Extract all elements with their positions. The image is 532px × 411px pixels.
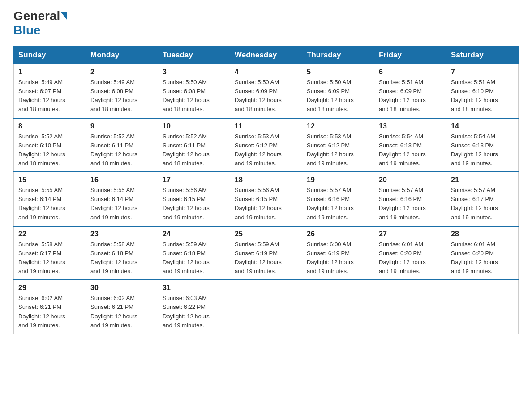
calendar-cell: 24Sunrise: 5:59 AMSunset: 6:18 PMDayligh… — [158, 226, 230, 280]
week-row-3: 15Sunrise: 5:55 AMSunset: 6:14 PMDayligh… — [14, 172, 519, 226]
day-number: 4 — [235, 68, 297, 76]
day-number: 20 — [379, 176, 442, 184]
day-number: 7 — [451, 68, 514, 76]
day-info: Sunrise: 6:02 AMSunset: 6:21 PMDaylight:… — [90, 294, 153, 330]
day-info: Sunrise: 5:52 AMSunset: 6:10 PMDaylight:… — [18, 132, 81, 168]
day-info: Sunrise: 5:50 AMSunset: 6:09 PMDaylight:… — [307, 78, 369, 114]
day-number: 21 — [451, 176, 514, 184]
calendar-cell: 17Sunrise: 5:56 AMSunset: 6:15 PMDayligh… — [158, 172, 230, 226]
calendar-cell: 18Sunrise: 5:56 AMSunset: 6:15 PMDayligh… — [230, 172, 302, 226]
calendar-cell — [446, 280, 519, 334]
day-info: Sunrise: 5:56 AMSunset: 6:15 PMDaylight:… — [235, 186, 297, 222]
day-number: 28 — [451, 230, 514, 238]
day-info: Sunrise: 5:54 AMSunset: 6:13 PMDaylight:… — [451, 132, 514, 168]
calendar-cell: 20Sunrise: 5:57 AMSunset: 6:16 PMDayligh… — [374, 172, 446, 226]
day-number: 27 — [379, 230, 442, 238]
day-info: Sunrise: 5:49 AMSunset: 6:08 PMDaylight:… — [90, 78, 153, 114]
day-number: 26 — [307, 230, 369, 238]
day-info: Sunrise: 5:57 AMSunset: 6:16 PMDaylight:… — [379, 186, 442, 222]
calendar-cell — [374, 280, 446, 334]
day-header-wednesday: Wednesday — [230, 46, 302, 64]
day-info: Sunrise: 5:50 AMSunset: 6:08 PMDaylight:… — [163, 78, 225, 114]
calendar-cell: 13Sunrise: 5:54 AMSunset: 6:13 PMDayligh… — [374, 118, 446, 172]
week-row-2: 8Sunrise: 5:52 AMSunset: 6:10 PMDaylight… — [14, 118, 519, 172]
calendar-cell: 2Sunrise: 5:49 AMSunset: 6:08 PMDaylight… — [86, 64, 158, 118]
day-number: 2 — [90, 68, 153, 76]
day-number: 10 — [163, 122, 225, 130]
page-header: General Blue — [13, 9, 519, 38]
calendar-table: SundayMondayTuesdayWednesdayThursdayFrid… — [13, 46, 519, 334]
day-number: 11 — [235, 122, 297, 130]
days-header-row: SundayMondayTuesdayWednesdayThursdayFrid… — [14, 46, 519, 64]
day-number: 22 — [18, 230, 81, 238]
calendar-cell: 27Sunrise: 6:01 AMSunset: 6:20 PMDayligh… — [374, 226, 446, 280]
day-header-tuesday: Tuesday — [158, 46, 230, 64]
day-number: 6 — [379, 68, 442, 76]
calendar-cell: 29Sunrise: 6:02 AMSunset: 6:21 PMDayligh… — [14, 280, 86, 334]
day-info: Sunrise: 6:02 AMSunset: 6:21 PMDaylight:… — [18, 294, 81, 330]
day-number: 29 — [18, 284, 81, 292]
calendar-cell: 19Sunrise: 5:57 AMSunset: 6:16 PMDayligh… — [302, 172, 374, 226]
day-info: Sunrise: 5:57 AMSunset: 6:17 PMDaylight:… — [451, 186, 514, 222]
day-info: Sunrise: 5:58 AMSunset: 6:18 PMDaylight:… — [90, 240, 153, 276]
logo-blue-text: Blue — [13, 23, 41, 38]
day-info: Sunrise: 6:01 AMSunset: 6:20 PMDaylight:… — [379, 240, 442, 276]
day-info: Sunrise: 6:01 AMSunset: 6:20 PMDaylight:… — [451, 240, 514, 276]
day-number: 3 — [163, 68, 225, 76]
calendar-cell: 12Sunrise: 5:53 AMSunset: 6:12 PMDayligh… — [302, 118, 374, 172]
day-number: 9 — [90, 122, 153, 130]
day-info: Sunrise: 5:56 AMSunset: 6:15 PMDaylight:… — [163, 186, 225, 222]
calendar-cell: 28Sunrise: 6:01 AMSunset: 6:20 PMDayligh… — [446, 226, 519, 280]
calendar-cell: 9Sunrise: 5:52 AMSunset: 6:11 PMDaylight… — [86, 118, 158, 172]
day-info: Sunrise: 5:55 AMSunset: 6:14 PMDaylight:… — [18, 186, 81, 222]
day-number: 8 — [18, 122, 81, 130]
day-number: 18 — [235, 176, 297, 184]
day-number: 25 — [235, 230, 297, 238]
day-info: Sunrise: 5:58 AMSunset: 6:17 PMDaylight:… — [18, 240, 81, 276]
day-number: 14 — [451, 122, 514, 130]
day-info: Sunrise: 5:59 AMSunset: 6:18 PMDaylight:… — [163, 240, 225, 276]
calendar-cell: 22Sunrise: 5:58 AMSunset: 6:17 PMDayligh… — [14, 226, 86, 280]
calendar-cell: 15Sunrise: 5:55 AMSunset: 6:14 PMDayligh… — [14, 172, 86, 226]
calendar-cell: 7Sunrise: 5:51 AMSunset: 6:10 PMDaylight… — [446, 64, 519, 118]
day-number: 17 — [163, 176, 225, 184]
day-info: Sunrise: 5:52 AMSunset: 6:11 PMDaylight:… — [90, 132, 153, 168]
week-row-4: 22Sunrise: 5:58 AMSunset: 6:17 PMDayligh… — [14, 226, 519, 280]
calendar-cell: 21Sunrise: 5:57 AMSunset: 6:17 PMDayligh… — [446, 172, 519, 226]
day-info: Sunrise: 5:51 AMSunset: 6:10 PMDaylight:… — [451, 78, 514, 114]
day-info: Sunrise: 5:57 AMSunset: 6:16 PMDaylight:… — [307, 186, 369, 222]
calendar-cell: 1Sunrise: 5:49 AMSunset: 6:07 PMDaylight… — [14, 64, 86, 118]
calendar-cell: 14Sunrise: 5:54 AMSunset: 6:13 PMDayligh… — [446, 118, 519, 172]
day-info: Sunrise: 5:52 AMSunset: 6:11 PMDaylight:… — [163, 132, 225, 168]
day-info: Sunrise: 6:00 AMSunset: 6:19 PMDaylight:… — [307, 240, 369, 276]
calendar-cell: 26Sunrise: 6:00 AMSunset: 6:19 PMDayligh… — [302, 226, 374, 280]
calendar-cell: 16Sunrise: 5:55 AMSunset: 6:14 PMDayligh… — [86, 172, 158, 226]
calendar-cell: 8Sunrise: 5:52 AMSunset: 6:10 PMDaylight… — [14, 118, 86, 172]
calendar-cell — [230, 280, 302, 334]
day-number: 30 — [90, 284, 153, 292]
day-number: 15 — [18, 176, 81, 184]
calendar-cell: 11Sunrise: 5:53 AMSunset: 6:12 PMDayligh… — [230, 118, 302, 172]
calendar-cell: 5Sunrise: 5:50 AMSunset: 6:09 PMDaylight… — [302, 64, 374, 118]
day-number: 19 — [307, 176, 369, 184]
week-row-5: 29Sunrise: 6:02 AMSunset: 6:21 PMDayligh… — [14, 280, 519, 334]
day-number: 24 — [163, 230, 225, 238]
logo: General Blue — [13, 9, 68, 38]
day-header-monday: Monday — [86, 46, 158, 64]
logo-triangle-icon — [61, 12, 67, 20]
day-info: Sunrise: 5:54 AMSunset: 6:13 PMDaylight:… — [379, 132, 442, 168]
day-info: Sunrise: 5:50 AMSunset: 6:09 PMDaylight:… — [235, 78, 297, 114]
week-row-1: 1Sunrise: 5:49 AMSunset: 6:07 PMDaylight… — [14, 64, 519, 118]
calendar-cell: 10Sunrise: 5:52 AMSunset: 6:11 PMDayligh… — [158, 118, 230, 172]
day-header-friday: Friday — [374, 46, 446, 64]
day-header-thursday: Thursday — [302, 46, 374, 64]
calendar-cell: 4Sunrise: 5:50 AMSunset: 6:09 PMDaylight… — [230, 64, 302, 118]
day-number: 16 — [90, 176, 153, 184]
calendar-cell: 23Sunrise: 5:58 AMSunset: 6:18 PMDayligh… — [86, 226, 158, 280]
calendar-cell — [302, 280, 374, 334]
day-number: 1 — [18, 68, 81, 76]
day-info: Sunrise: 5:55 AMSunset: 6:14 PMDaylight:… — [90, 186, 153, 222]
day-info: Sunrise: 6:03 AMSunset: 6:22 PMDaylight:… — [163, 294, 225, 330]
day-number: 13 — [379, 122, 442, 130]
calendar-cell: 6Sunrise: 5:51 AMSunset: 6:09 PMDaylight… — [374, 64, 446, 118]
